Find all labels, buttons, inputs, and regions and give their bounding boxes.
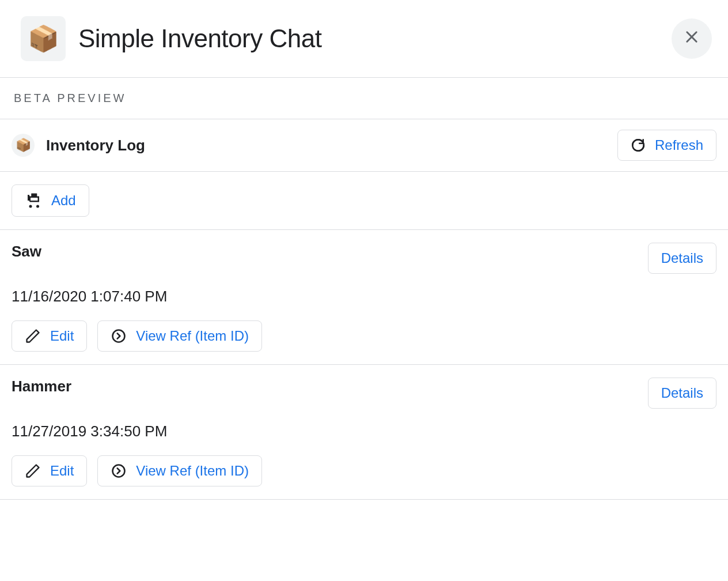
details-button[interactable]: Details: [648, 378, 716, 409]
item-actions: Edit View Ref (Item ID): [12, 455, 716, 486]
app-icon: 📦: [21, 16, 66, 61]
svg-point-2: [29, 205, 32, 208]
refresh-icon: [631, 138, 646, 153]
section-title: Inventory Log: [46, 137, 617, 154]
item-name: Hammer: [12, 378, 71, 395]
add-button[interactable]: Add: [12, 184, 89, 217]
edit-button[interactable]: Edit: [12, 320, 87, 352]
view-ref-label: View Ref (Item ID): [136, 328, 249, 344]
package-icon: 📦: [12, 134, 35, 157]
list-item: Hammer Details 11/27/2019 3:34:50 PM Edi…: [0, 365, 728, 500]
chevron-circle-icon: [111, 328, 127, 344]
svg-rect-4: [31, 194, 37, 197]
svg-point-3: [36, 205, 39, 208]
svg-point-5: [113, 330, 125, 342]
svg-point-6: [113, 465, 125, 477]
pencil-icon: [25, 463, 41, 479]
item-actions: Edit View Ref (Item ID): [12, 320, 716, 352]
view-ref-label: View Ref (Item ID): [136, 463, 249, 479]
close-button[interactable]: [672, 18, 712, 59]
view-ref-button[interactable]: View Ref (Item ID): [97, 320, 262, 352]
edit-button[interactable]: Edit: [12, 455, 87, 486]
app-title: Simple Inventory Chat: [78, 24, 672, 53]
add-label: Add: [51, 193, 76, 209]
beta-preview-label: BETA PREVIEW: [0, 78, 728, 119]
refresh-label: Refresh: [655, 137, 703, 153]
toolbar: Add: [0, 172, 728, 230]
item-timestamp: 11/27/2019 3:34:50 PM: [12, 422, 716, 440]
close-icon: [684, 28, 700, 50]
refresh-button[interactable]: Refresh: [617, 130, 716, 161]
section-header: 📦 Inventory Log Refresh: [0, 119, 728, 172]
app-header: 📦 Simple Inventory Chat: [0, 0, 728, 77]
view-ref-button[interactable]: View Ref (Item ID): [97, 455, 262, 486]
details-button[interactable]: Details: [648, 243, 716, 274]
chevron-circle-icon: [111, 463, 127, 479]
add-cart-icon: [25, 192, 42, 209]
pencil-icon: [25, 328, 41, 344]
item-timestamp: 11/16/2020 1:07:40 PM: [12, 288, 716, 305]
item-name: Saw: [12, 243, 41, 261]
list-item: Saw Details 11/16/2020 1:07:40 PM Edit V…: [0, 230, 728, 365]
edit-label: Edit: [50, 463, 74, 479]
edit-label: Edit: [50, 328, 74, 344]
